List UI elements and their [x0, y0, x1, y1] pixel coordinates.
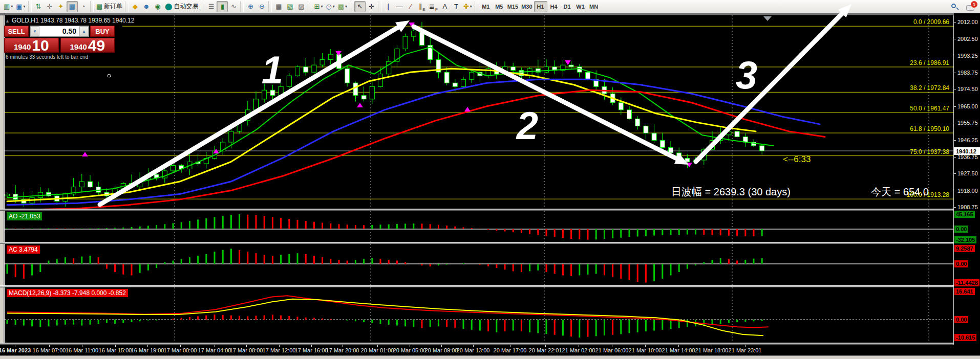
price-axis-divider — [953, 15, 954, 345]
vertical-line-button[interactable]: ❘ — [382, 1, 394, 12]
trendline-button[interactable]: ∕ — [405, 1, 416, 12]
timeframe-button-m15[interactable]: M15 — [506, 1, 520, 12]
volume-input[interactable]: 0.50 — [39, 26, 79, 36]
timeframe-button-h1[interactable]: H1 — [534, 1, 547, 12]
dropdown-caret-icon: ▾ — [333, 4, 335, 9]
timeframe-button-h4[interactable]: H4 — [547, 1, 561, 12]
indicators-icon: ⊞ — [314, 3, 319, 10]
bar-chart-button[interactable]: ☰ — [205, 1, 217, 12]
volume-stepper: ▼ 0.50 ▲ — [30, 26, 89, 37]
time-tick-label: 16 Mar 2023 — [0, 347, 31, 353]
text-label-icon: T — [454, 3, 458, 10]
autotrading-button[interactable]: ⬤自动交易 — [163, 1, 200, 12]
time-tick-mark — [678, 345, 679, 347]
buy-price-panel[interactable]: 1940 49 — [60, 38, 115, 53]
main-chart-pane[interactable]: 0.0 / 2009.6623.6 / 1986.9138.2 / 1972.8… — [4, 15, 953, 209]
current-price-marker: 1940.12 — [954, 147, 980, 155]
ac-indicator-pane[interactable]: AC 3.4794 — [4, 244, 953, 285]
ao-axis-value: 45.165 — [954, 211, 975, 218]
timeframe-button-m5[interactable]: M5 — [493, 1, 506, 12]
sell-price-big: 10 — [32, 39, 49, 52]
toolbar-separator — [90, 1, 94, 12]
toolbar-separator — [475, 1, 478, 12]
time-tick-label: 20 Mar 05:00 — [393, 347, 427, 353]
sell-price-panel[interactable]: 1940 10 — [4, 38, 59, 53]
timeframe-button-m1[interactable]: M1 — [479, 1, 493, 12]
timeframe-button-d1[interactable]: D1 — [561, 1, 574, 12]
cursor-button[interactable]: ↖ — [354, 1, 366, 12]
metaeditor-button[interactable]: ◆ — [130, 1, 141, 12]
fibonacci-button[interactable]: ≣F — [428, 1, 439, 12]
time-tick-mark — [215, 345, 215, 347]
fibonacci-icon: ≣ — [429, 3, 435, 10]
community-icon: ☻ — [143, 3, 150, 10]
time-tick-mark — [510, 345, 510, 347]
text-button[interactable]: A — [439, 1, 451, 12]
volume-increase-button[interactable]: ▲ — [79, 26, 89, 36]
zoom-in-icon: ⊕ — [248, 3, 253, 10]
buy-button[interactable]: BUY — [90, 26, 115, 37]
chart-profiles-button[interactable]: ▣▾ — [14, 1, 27, 12]
notifications-icon[interactable]: 1 — [965, 2, 977, 12]
time-tick-label: 17 Mar 16:00 — [295, 347, 328, 353]
navigator-button[interactable]: ✦ — [55, 1, 67, 12]
volume-decrease-button[interactable]: ▼ — [30, 26, 39, 36]
ao-axis-value: 0.00 — [954, 226, 968, 233]
window-left-border — [0, 15, 4, 345]
indicators-button[interactable]: ⊞▾ — [312, 1, 324, 12]
sell-button[interactable]: SELL — [4, 26, 29, 37]
timeframe-button-w1[interactable]: W1 — [574, 1, 587, 12]
price-tick-mark — [954, 140, 956, 141]
trendline-icon: ∕ — [410, 3, 411, 10]
mt4-trading-platform: { "toolbar": { "groups": [ {"name":"char… — [0, 0, 980, 359]
terminal-button[interactable]: ▤ — [67, 1, 78, 12]
line-chart-button[interactable]: ∿ — [228, 1, 239, 12]
equidistant-channel-button[interactable]: ∥E — [416, 1, 428, 12]
zoom-out-button[interactable]: ⊖ — [256, 1, 267, 12]
text-label-button[interactable]: T — [451, 1, 462, 12]
horizontal-line-button[interactable]: — — [394, 1, 405, 12]
ac-indicator-label: AC 3.4794 — [7, 245, 40, 254]
price-tick-mark — [954, 173, 956, 174]
time-tick-mark — [311, 345, 312, 347]
timeframe-button-m30[interactable]: M30 — [520, 1, 534, 12]
new-order-button[interactable]: ▤新订单 — [95, 1, 124, 12]
community-button[interactable]: ☻ — [141, 1, 152, 12]
price-tick-mark — [954, 207, 956, 208]
time-tick-label: 21 Mar 10:00 — [629, 347, 662, 353]
periods-button[interactable]: ◷▾ — [324, 1, 336, 12]
ao-indicator-label: AO -21.053 — [7, 212, 42, 220]
window-bottom-border — [0, 355, 980, 359]
candlestick-chart-button[interactable]: ▮ — [217, 1, 228, 12]
crosshair-button[interactable]: ✛ — [366, 1, 377, 12]
dropdown-caret-icon: ▾ — [321, 4, 323, 9]
arrows-icon: ✤ — [463, 3, 469, 10]
ao-indicator-pane[interactable]: AO -21.053 — [4, 211, 953, 242]
signals-button[interactable]: ◉ — [152, 1, 163, 12]
chart-shift-button[interactable]: ▨ — [295, 1, 307, 12]
price-tick-label: 2012.00 — [957, 19, 978, 25]
search-icon[interactable] — [949, 2, 961, 12]
zoom-out-icon: ⊖ — [259, 3, 265, 10]
time-tick-mark — [645, 345, 646, 347]
sub-letter: F — [435, 7, 438, 12]
arrows-button[interactable]: ✤▾ — [462, 1, 474, 12]
crosshair-icon: ✛ — [369, 3, 374, 10]
strategy-tester-button[interactable]: ◔ — [78, 1, 89, 12]
market-watch-button[interactable]: ⇅ — [33, 1, 44, 12]
timeframe-button-mn[interactable]: MN — [587, 1, 601, 12]
time-tick-mark — [410, 345, 410, 347]
arrange-charts-button[interactable]: ▧ — [284, 1, 295, 12]
price-axis[interactable]: 2012.002002.501993.251983.751974.501965.… — [954, 13, 980, 355]
new-chart-button[interactable]: ▥▾ — [2, 1, 14, 12]
macd-indicator-label: MACD(12,26,9) -8.373 -7.948 0.000 -0.852 — [7, 289, 128, 297]
toolbar-right-area: 1 — [949, 0, 977, 13]
time-tick-label: 21 Mar 06:00 — [595, 347, 629, 353]
svg-text:日波幅 = 2639.3 (30 days): 日波幅 = 2639.3 (30 days) — [671, 186, 791, 197]
time-axis[interactable]: 16 Mar 202316 Mar 07:0016 Mar 11:0016 Ma… — [0, 345, 980, 355]
zoom-in-button[interactable]: ⊕ — [245, 1, 256, 12]
templates-button[interactable]: ▩▾ — [336, 1, 349, 12]
macd-indicator-pane[interactable]: MACD(12,26,9) -8.373 -7.948 0.000 -0.852 — [4, 287, 953, 343]
data-window-button[interactable]: ✛ — [44, 1, 55, 12]
tile-windows-button[interactable]: ▦ — [273, 1, 284, 12]
